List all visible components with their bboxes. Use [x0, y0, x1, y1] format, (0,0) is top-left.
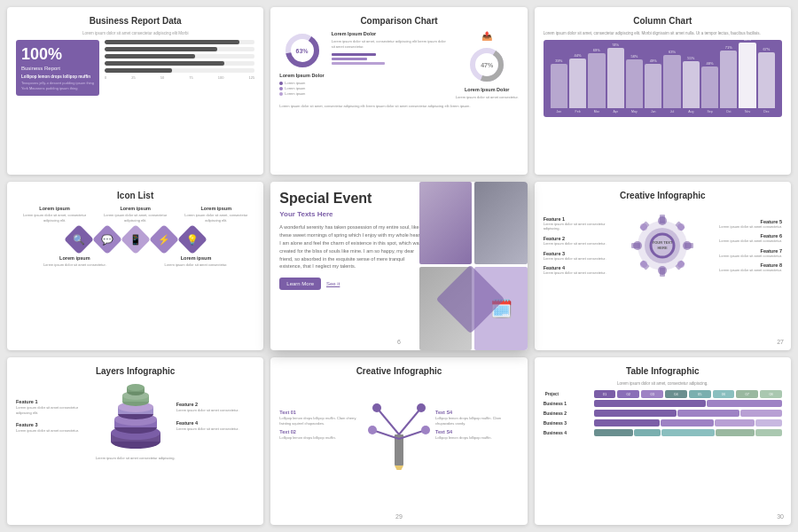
tag-3: York Macarons pudding ipsum thing [21, 86, 94, 90]
bar-may: 56% May [626, 54, 643, 113]
table-infographic-title: Table Infographic [544, 366, 782, 376]
see-it-link[interactable]: See it [326, 281, 340, 286]
comp-col1-item: Lorem ipsum [279, 81, 324, 85]
icon-col5-title: Lorem ipsum [137, 255, 255, 261]
layer-feature-1: Feature 1 Lorem ipsum dolor sit amet con… [16, 399, 95, 415]
axis-75: 75 [189, 75, 192, 80]
comp-col1-item2: Lorem ipsum [279, 86, 324, 90]
column-chart-area: 39% Jan 44% Feb 69% Mar 74% Apr 56% [544, 40, 782, 117]
creative-infographic-top-title: Creative Infographic [544, 191, 782, 200]
svg-point-15 [658, 216, 667, 225]
bar-jan: 39% Jan [551, 59, 567, 113]
layers-bottom-text: Lorem ipsum dolor sit amet consectetur a… [16, 456, 254, 460]
layers-title: Layers Infographic [16, 366, 254, 376]
svg-text:HERE: HERE [658, 246, 668, 250]
bar-apr: 74% Apr [607, 43, 624, 113]
svg-point-16 [658, 266, 667, 275]
icon-col3-desc: Lorem ipsum dolor sit amet, consectetur … [177, 213, 254, 223]
svg-point-22 [677, 261, 685, 268]
event-body: A wonderful serenity has taken possessio… [279, 223, 423, 270]
event-image-1 [419, 182, 472, 264]
icon-diamond-5: 💡 [177, 224, 207, 254]
tag-1: Lollipop lemon drops lollipop muffin [21, 74, 94, 79]
icon-diamond-4: ⚡ [149, 224, 179, 254]
pencil-visual [368, 381, 430, 470]
icon-col4-desc: Lorem ipsum dolor sit amet consectetur. [16, 262, 134, 268]
comparison-chart-title: Comparison Chart [279, 16, 518, 26]
special-event-card: Special Event Your Texts Here A wonderfu… [270, 182, 527, 349]
layer-feature-4: Feature 4 Lorem ipsum dolor sit amet con… [176, 420, 255, 432]
th-08: 08 [760, 390, 782, 398]
axis-100: 100 [218, 75, 224, 80]
svg-point-18 [683, 241, 692, 250]
icon-col1-desc: Lorem ipsum dolor sit amet, consectetur … [16, 213, 93, 223]
feature-6: Feature 6 Lorem ipsum dolor sit amet con… [706, 233, 782, 244]
svg-point-19 [640, 223, 647, 231]
table-row-4: Business 4 [544, 429, 782, 436]
svg-point-48 [368, 426, 377, 434]
layer-feature-2: Feature 2 Lorem ipsum dolor sit amet con… [176, 402, 255, 413]
axis-25: 25 [131, 75, 135, 80]
bar-dec: 67% Dec [758, 47, 775, 113]
table-subtitle: Lorem ipsum dolor sit amet, consectetur … [544, 381, 782, 386]
bar-aug: 55% Aug [683, 56, 700, 113]
icon-col4-title: Lorem ipsum [16, 255, 134, 261]
icon-diamond-2: 💬 [92, 224, 122, 254]
layers-infographic-card: Layers Infographic Feature 1 Lorem ipsum… [7, 357, 263, 525]
comp-col1-title: Lorem Ipsum Dolor [279, 73, 324, 78]
cib-text-4: Text S4 Lollipop lemon drops lollipop mu… [435, 429, 519, 441]
th-04: 04 [665, 390, 687, 398]
bar-nov: 80% Nov [739, 37, 755, 113]
slide-num-6: 6 [397, 339, 401, 345]
comp-col2-title: Lorem Ipsum Dolor [465, 87, 509, 92]
svg-line-42 [377, 408, 399, 434]
th-07: 07 [736, 390, 758, 398]
th-02: 02 [617, 390, 639, 398]
bar-sep: 48% Sep [701, 61, 718, 113]
report-label: Business Report [21, 66, 94, 71]
slide-num-29: 29 [395, 513, 403, 520]
business-report-card: Business Report Data Lorem ipsum dolor s… [7, 7, 263, 175]
comp-lorem-text: Lorem ipsum dolor sit amet, consectetur … [332, 39, 449, 50]
icon-col1-title: Lorem ipsum [16, 206, 93, 211]
feature-5: Feature 5 Lorem ipsum dolor sit amet con… [706, 219, 782, 230]
icon-list-card: Icon List Lorem ipsum Lorem ipsum dolor … [7, 182, 263, 349]
creative-infographic-bottom-card: Creative Infographic Text 01 Lollipop le… [270, 357, 527, 525]
feature-2: Feature 2 Lorem ipsum dolor sit amet con… [544, 236, 620, 246]
svg-point-17 [633, 241, 642, 250]
svg-line-43 [399, 408, 421, 434]
special-event-content: Special Event Your Texts Here A wonderfu… [279, 191, 423, 290]
donut2-pct: 47% [481, 62, 493, 68]
column-chart-subtitle: Lorem ipsum dolor sit amet, consectetur … [544, 31, 782, 35]
bar-feb: 44% Feb [569, 53, 586, 113]
event-subtitle: Your Texts Here [279, 210, 423, 218]
feature-4: Feature 4 Lorem ipsum dolor sit amet con… [544, 265, 620, 276]
gear-center: YOUR TEXT HERE [622, 206, 702, 286]
tag-2: Teaspoons jelly-o dessert pudding ipsum … [21, 81, 94, 85]
th-01: 01 [594, 390, 616, 398]
th-project: Project [544, 390, 592, 398]
table-row-1: Business 1 [544, 400, 782, 407]
bar-jun: 49% Jun [645, 59, 661, 113]
slide-num-30: 30 [777, 513, 784, 520]
learn-more-button[interactable]: Learn More [279, 278, 321, 290]
slide-num-27: 27 [777, 339, 784, 345]
event-image-2 [474, 182, 527, 264]
icon-col3-title: Lorem ipsum [177, 206, 254, 211]
svg-point-20 [677, 223, 685, 231]
icon-placeholder: 📤 [481, 31, 492, 41]
svg-rect-40 [395, 434, 403, 466]
svg-point-46 [372, 403, 381, 412]
feature-8: Feature 8 Lorem ipsum dolor sit amet con… [706, 262, 782, 273]
feature-7: Feature 7 Lorem ipsum dolor sit amet con… [706, 248, 782, 259]
percent-value: 100% [21, 45, 94, 64]
column-chart-card: Column Chart Lorem ipsum dolor sit amet,… [535, 7, 791, 175]
axis-50: 50 [160, 75, 164, 80]
layers-3d-visual [100, 381, 171, 452]
comparison-chart-card: Comparison Chart 63% Lorem Ipsum Dolor L… [270, 7, 527, 175]
table-row-3: Business 3 [544, 419, 782, 426]
icon-diamond-3: 📱 [121, 224, 151, 254]
creative-infographic-bottom-title: Creative Infographic [279, 366, 518, 376]
layer-feature-3: Feature 3 Lorem ipsum dolor sit amet con… [16, 422, 95, 434]
business-report-subtitle: Lorem ipsum dolor sit amet consectetur a… [16, 31, 254, 35]
